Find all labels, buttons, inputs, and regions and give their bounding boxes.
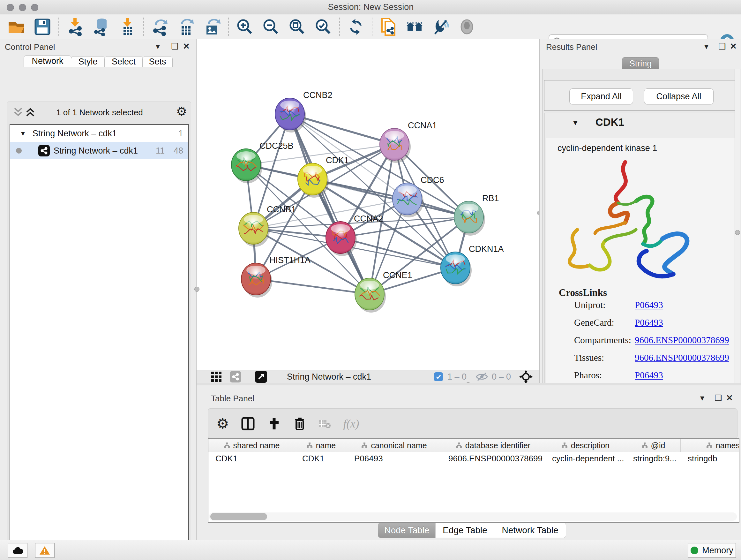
network-node-ccnb1[interactable]: CCNB1 xyxy=(239,205,296,247)
tab-node-table[interactable]: Node Table xyxy=(378,523,436,538)
import-database-icon[interactable] xyxy=(92,18,110,36)
close-panel-icon[interactable]: ✕ xyxy=(726,393,733,403)
birdseye-toggle-icon[interactable] xyxy=(519,370,533,383)
crosslink-link[interactable]: 9606.ENSP00000378699 xyxy=(635,353,729,363)
open-in-window-icon[interactable] xyxy=(255,371,267,383)
zoom-fit-icon[interactable] xyxy=(288,18,306,36)
close-panel-icon[interactable]: ✕ xyxy=(183,42,190,51)
network-node-ccne1[interactable]: CCNE1 xyxy=(355,270,412,313)
column-header-database-identifier[interactable]: database identifier xyxy=(441,439,545,452)
show-columns-icon[interactable] xyxy=(241,417,255,431)
tab-network[interactable]: Network xyxy=(23,55,71,67)
network-edge[interactable] xyxy=(290,114,369,294)
save-session-icon[interactable] xyxy=(33,18,51,36)
collapse-all-icon[interactable] xyxy=(13,106,23,118)
crosslink-link[interactable]: P06493 xyxy=(635,370,663,381)
tab-edge-table[interactable]: Edge Table xyxy=(435,523,495,538)
network-node-ccna2[interactable]: CCNA2 xyxy=(326,214,383,256)
float-panel-icon[interactable]: ❑ xyxy=(715,393,722,403)
hidden-eye-icon[interactable] xyxy=(476,372,488,381)
grid-view-icon[interactable] xyxy=(211,371,222,382)
float-panel-icon[interactable]: ❑ xyxy=(718,42,726,51)
function-builder-icon[interactable]: f(x) xyxy=(343,417,359,430)
scrollbar-thumb[interactable] xyxy=(210,513,267,520)
network-list: ▼ String Network – cdk1 1 String Network… xyxy=(10,124,189,560)
tab-style[interactable]: Style xyxy=(71,56,105,67)
tab-string[interactable]: String xyxy=(622,57,659,70)
expand-all-button[interactable]: Expand All xyxy=(569,88,633,105)
network-node-hist1h1a[interactable]: HIST1H1A xyxy=(241,255,311,298)
export-image-icon[interactable] xyxy=(203,18,221,36)
zoom-selected-icon[interactable] xyxy=(314,18,332,36)
column-header-description[interactable]: description xyxy=(545,439,626,452)
crosslink-link[interactable]: P06493 xyxy=(635,317,663,328)
column-header-name[interactable]: name xyxy=(295,439,347,452)
network-collection-row[interactable]: ▼ String Network – cdk1 1 xyxy=(10,125,188,142)
memory-button[interactable]: Memory xyxy=(688,543,736,558)
table-cell[interactable]: P06493 xyxy=(347,454,441,463)
left-splitter-handle[interactable] xyxy=(194,287,199,292)
create-column-icon[interactable] xyxy=(267,417,281,431)
network-canvas[interactable]: CCNB2CCNA1CDC25BCDK1CDC6RB1CCNB1CCNA2CDK… xyxy=(197,39,539,370)
network-options-gear-icon[interactable]: ⚙ xyxy=(176,105,187,118)
cloud-button[interactable] xyxy=(8,543,27,558)
network-edge[interactable] xyxy=(256,279,369,294)
delete-column-icon[interactable] xyxy=(293,417,306,431)
import-table-icon[interactable] xyxy=(118,18,136,36)
table-cell[interactable]: 9606.ENSP00000378699 xyxy=(441,454,545,463)
collapse-triangle-icon[interactable]: ▼ xyxy=(20,130,26,137)
table-row[interactable]: CDK1CDK1P064939606.ENSP00000378699cyclin… xyxy=(208,452,739,465)
expand-all-icon[interactable] xyxy=(25,106,36,118)
network-edge[interactable] xyxy=(313,179,469,217)
import-network-icon[interactable] xyxy=(66,18,84,36)
network-node-cdc6[interactable]: CDC6 xyxy=(393,175,444,217)
table-cell[interactable]: CDK1 xyxy=(208,454,295,463)
panel-menu-icon[interactable]: ▾ xyxy=(700,393,704,403)
zoom-out-icon[interactable] xyxy=(262,18,280,36)
table-horizontal-scrollbar[interactable] xyxy=(209,512,737,521)
crosslink-link[interactable]: 9606.ENSP00000378699 xyxy=(635,335,729,346)
string-network-graph[interactable]: CCNB2CCNA1CDC25BCDK1CDC6RB1CCNB1CCNA2CDK… xyxy=(197,39,539,370)
tab-network-table[interactable]: Network Table xyxy=(494,523,566,538)
close-panel-icon[interactable]: ✕ xyxy=(730,42,737,51)
refresh-icon[interactable] xyxy=(347,18,365,36)
network-node-ccnb2[interactable]: CCNB2 xyxy=(275,90,333,132)
node-table[interactable]: shared namenamecanonical namedatabase id… xyxy=(208,438,739,523)
toolbar-separator xyxy=(471,371,471,382)
warnings-button[interactable] xyxy=(35,543,55,558)
export-table-icon[interactable] xyxy=(177,18,195,36)
export-network-icon[interactable] xyxy=(151,18,169,36)
hide-graphics-details-icon[interactable] xyxy=(432,18,450,36)
delete-table-icon[interactable] xyxy=(318,419,331,429)
open-session-icon[interactable] xyxy=(7,18,25,36)
crosslink-link[interactable]: P06493 xyxy=(635,300,663,310)
clone-network-icon[interactable] xyxy=(380,18,397,36)
network-node-rb1[interactable]: RB1 xyxy=(454,193,499,236)
panel-menu-icon[interactable]: ▾ xyxy=(156,42,160,51)
tab-select[interactable]: Select xyxy=(105,56,143,67)
show-all-panels-icon[interactable] xyxy=(406,18,423,36)
zoom-in-icon[interactable] xyxy=(236,18,254,36)
table-cell[interactable]: CDK1 xyxy=(295,454,347,463)
share-view-icon[interactable] xyxy=(230,371,241,382)
section-collapse-triangle-icon[interactable]: ▼ xyxy=(572,119,579,127)
float-panel-icon[interactable]: ❑ xyxy=(171,42,179,51)
column-header--id[interactable]: @id xyxy=(626,439,681,452)
table-options-gear-icon[interactable]: ⚙ xyxy=(216,415,229,432)
birds-eye-view-icon[interactable] xyxy=(458,18,476,36)
panel-menu-icon[interactable]: ▾ xyxy=(704,42,709,51)
column-header-namespace[interactable]: namespace xyxy=(681,439,739,452)
network-node-cdkn1a[interactable]: CDKN1A xyxy=(441,244,504,287)
horizontal-splitter[interactable] xyxy=(197,383,741,385)
tab-sets[interactable]: Sets xyxy=(142,56,173,67)
selected-checkbox-icon[interactable] xyxy=(434,372,443,381)
column-header-shared-name[interactable]: shared name xyxy=(208,439,295,452)
collapse-all-button[interactable]: Collapse All xyxy=(644,88,714,105)
table-cell[interactable]: stringdb:9... xyxy=(626,454,681,463)
column-header-canonical-name[interactable]: canonical name xyxy=(347,439,441,452)
table-cell[interactable]: stringdb xyxy=(681,454,739,463)
network-node-ccna1[interactable]: CCNA1 xyxy=(380,121,437,163)
network-row-selected[interactable]: String Network – cdk1 11 48 xyxy=(10,142,188,159)
window-edge-handle[interactable] xyxy=(735,230,740,235)
table-cell[interactable]: cyclin-dependent ... xyxy=(545,454,626,463)
